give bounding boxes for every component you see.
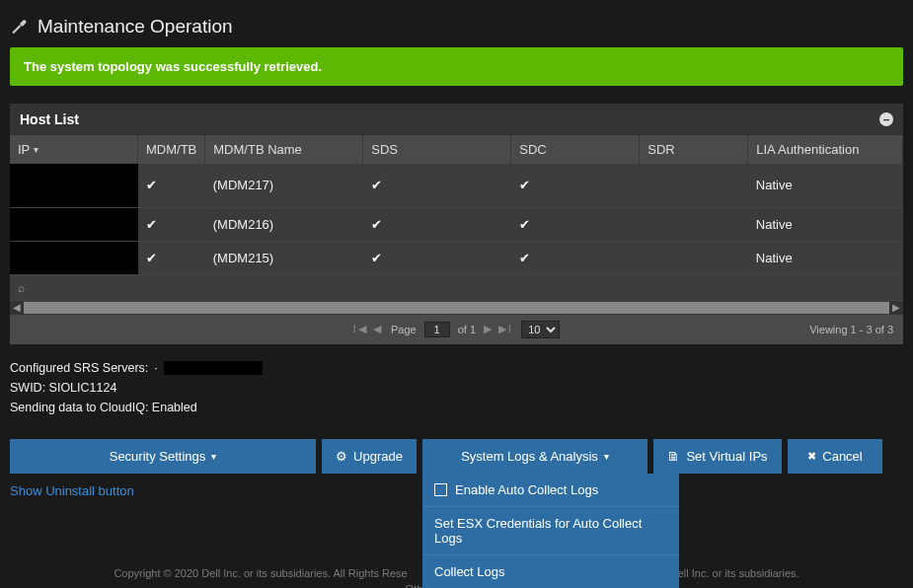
page-input[interactable] [424,322,450,337]
col-lia[interactable]: LIA Authentication [748,135,903,164]
col-mdm-tb[interactable]: MDM/TB [138,135,205,164]
mdm-tb-name-cell: (MDM217) [205,164,363,207]
info-block: Configured SRS Servers: · SWID: SIOLIC11… [10,358,903,417]
table-row[interactable]: ✔(MDM215)✔✔Native [10,241,903,274]
host-list-title: Host List [20,111,79,127]
ip-cell [10,241,138,274]
wrench-icon [10,17,28,37]
cancel-button[interactable]: Cancel [788,439,882,474]
filter-row: ⌕ [10,275,903,301]
dropdown-enable-auto-collect[interactable]: Enable Auto Collect Logs [422,474,679,506]
security-settings-button[interactable]: Security Settings [10,439,316,474]
sort-icon: ▾ [34,144,38,155]
sdr-cell [640,164,748,207]
action-button-row: Security Settings Upgrade System Logs & … [10,439,903,474]
page-of: of 1 [458,324,476,335]
sds-cell: ✔ [363,241,511,274]
collapse-icon[interactable]: – [879,112,893,126]
ip-cell [10,207,138,241]
col-ip[interactable]: IP ▾ [10,135,138,164]
mdm-tb-cell: ✔ [138,164,205,207]
scroll-right-icon[interactable]: ▶ [889,301,903,315]
pagination-bar: I◀ ◀ Page of 1 ▶ ▶I 10 Viewing 1 - 3 of … [10,315,903,344]
sdr-cell [640,207,748,241]
col-mdm-tb-name[interactable]: MDM/TB Name [205,135,363,164]
show-uninstall-link[interactable]: Show Uninstall button [10,483,134,498]
col-sds[interactable]: SDS [363,135,511,164]
host-list-header[interactable]: Host List – [10,104,903,135]
cloudiq-label: Sending data to CloudIQ: Enabled [10,398,903,417]
dropdown-collect-logs[interactable]: Collect Logs [422,554,679,588]
swid-label: SWID: SIOLIC1124 [10,378,903,398]
lia-cell: Native [748,207,903,241]
sds-cell: ✔ [363,164,511,207]
sdc-cell: ✔ [511,207,640,241]
sdr-cell [640,241,748,274]
mdm-tb-name-cell: (MDM216) [205,207,363,241]
checkbox-unchecked-icon[interactable] [434,483,447,496]
upgrade-button[interactable]: Upgrade [322,439,417,474]
host-list-table: IP ▾ MDM/TB MDM/TB Name SDS SDC SDR LIA … [10,135,903,344]
mdm-tb-cell: ✔ [138,241,205,274]
col-sdc[interactable]: SDC [511,135,640,164]
dropdown-set-esx[interactable]: Set ESX Credentials for Auto Collect Log… [422,506,679,554]
pager-first-icon[interactable]: I◀ ◀ [353,323,383,335]
sdc-cell: ✔ [511,164,640,207]
col-sdr[interactable]: SDR [640,135,748,164]
table-row[interactable]: ✔(MDM217)✔✔Native [10,164,903,207]
sds-cell: ✔ [363,207,511,241]
srs-label: Configured SRS Servers: [10,358,148,378]
lia-cell: Native [748,241,903,274]
page-label: Page [391,324,417,335]
search-icon[interactable]: ⌕ [18,281,25,295]
set-virtual-ips-button[interactable]: Set Virtual IPs [653,439,782,474]
scroll-left-icon[interactable]: ◀ [10,301,24,315]
system-logs-dropdown: Enable Auto Collect Logs Set ESX Credent… [422,474,679,589]
scroll-track[interactable] [24,302,889,314]
mdm-tb-name-cell: (MDM215) [205,241,363,274]
mdm-tb-cell: ✔ [138,207,205,241]
horizontal-scrollbar[interactable]: ◀ ▶ [10,301,903,315]
system-logs-button[interactable]: System Logs & Analysis [422,439,647,474]
viewing-label: Viewing 1 - 3 of 3 [809,324,893,335]
table-header-row: IP ▾ MDM/TB MDM/TB Name SDS SDC SDR LIA … [10,135,903,164]
table-row[interactable]: ✔(MDM216)✔✔Native [10,207,903,241]
pager-next-icon[interactable]: ▶ ▶I [484,323,513,335]
page-title: Maintenance Operation [38,16,233,37]
sdc-cell: ✔ [511,241,640,274]
lia-cell: Native [748,164,903,207]
page-title-bar: Maintenance Operation [10,10,903,47]
success-banner: The system topology was successfully ret… [10,47,903,86]
ip-cell [10,164,138,207]
page-size-select[interactable]: 10 [521,321,560,338]
srs-value-redacted [164,361,263,375]
